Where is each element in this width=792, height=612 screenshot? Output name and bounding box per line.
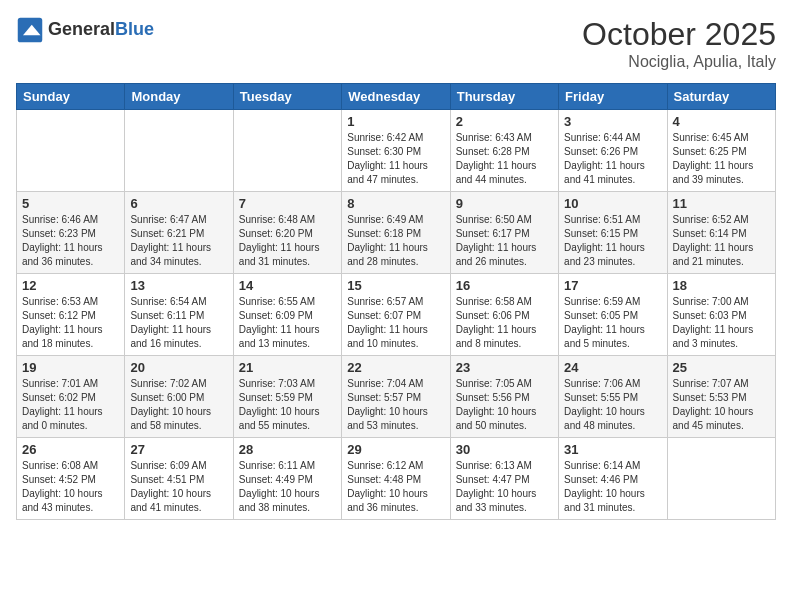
day-number: 15 [347,278,444,293]
day-cell: 20Sunrise: 7:02 AM Sunset: 6:00 PM Dayli… [125,356,233,438]
day-cell: 19Sunrise: 7:01 AM Sunset: 6:02 PM Dayli… [17,356,125,438]
day-number: 28 [239,442,336,457]
week-row-4: 19Sunrise: 7:01 AM Sunset: 6:02 PM Dayli… [17,356,776,438]
week-row-3: 12Sunrise: 6:53 AM Sunset: 6:12 PM Dayli… [17,274,776,356]
day-number: 1 [347,114,444,129]
day-number: 3 [564,114,661,129]
day-cell: 22Sunrise: 7:04 AM Sunset: 5:57 PM Dayli… [342,356,450,438]
day-cell: 10Sunrise: 6:51 AM Sunset: 6:15 PM Dayli… [559,192,667,274]
day-number: 2 [456,114,553,129]
day-cell: 3Sunrise: 6:44 AM Sunset: 6:26 PM Daylig… [559,110,667,192]
day-info: Sunrise: 6:55 AM Sunset: 6:09 PM Dayligh… [239,295,336,351]
day-number: 16 [456,278,553,293]
day-info: Sunrise: 6:48 AM Sunset: 6:20 PM Dayligh… [239,213,336,269]
day-number: 20 [130,360,227,375]
day-info: Sunrise: 6:50 AM Sunset: 6:17 PM Dayligh… [456,213,553,269]
weekday-header-saturday: Saturday [667,84,775,110]
day-cell: 1Sunrise: 6:42 AM Sunset: 6:30 PM Daylig… [342,110,450,192]
day-cell: 21Sunrise: 7:03 AM Sunset: 5:59 PM Dayli… [233,356,341,438]
day-info: Sunrise: 6:49 AM Sunset: 6:18 PM Dayligh… [347,213,444,269]
day-number: 6 [130,196,227,211]
day-info: Sunrise: 6:45 AM Sunset: 6:25 PM Dayligh… [673,131,770,187]
day-info: Sunrise: 7:02 AM Sunset: 6:00 PM Dayligh… [130,377,227,433]
calendar-table: SundayMondayTuesdayWednesdayThursdayFrid… [16,83,776,520]
day-cell: 5Sunrise: 6:46 AM Sunset: 6:23 PM Daylig… [17,192,125,274]
day-info: Sunrise: 7:04 AM Sunset: 5:57 PM Dayligh… [347,377,444,433]
day-cell [233,110,341,192]
logo-general: General [48,19,115,39]
day-number: 25 [673,360,770,375]
day-number: 7 [239,196,336,211]
day-info: Sunrise: 6:46 AM Sunset: 6:23 PM Dayligh… [22,213,119,269]
logo: GeneralBlue [16,16,154,44]
day-number: 13 [130,278,227,293]
day-info: Sunrise: 7:06 AM Sunset: 5:55 PM Dayligh… [564,377,661,433]
day-number: 18 [673,278,770,293]
day-cell: 12Sunrise: 6:53 AM Sunset: 6:12 PM Dayli… [17,274,125,356]
day-number: 26 [22,442,119,457]
week-row-5: 26Sunrise: 6:08 AM Sunset: 4:52 PM Dayli… [17,438,776,520]
day-number: 19 [22,360,119,375]
day-cell [667,438,775,520]
logo-blue-text: Blue [115,19,154,39]
day-number: 24 [564,360,661,375]
day-number: 11 [673,196,770,211]
day-number: 22 [347,360,444,375]
day-cell: 11Sunrise: 6:52 AM Sunset: 6:14 PM Dayli… [667,192,775,274]
weekday-header-wednesday: Wednesday [342,84,450,110]
day-number: 29 [347,442,444,457]
day-cell: 17Sunrise: 6:59 AM Sunset: 6:05 PM Dayli… [559,274,667,356]
day-cell: 26Sunrise: 6:08 AM Sunset: 4:52 PM Dayli… [17,438,125,520]
day-number: 30 [456,442,553,457]
day-cell: 30Sunrise: 6:13 AM Sunset: 4:47 PM Dayli… [450,438,558,520]
day-cell: 23Sunrise: 7:05 AM Sunset: 5:56 PM Dayli… [450,356,558,438]
day-cell [17,110,125,192]
day-info: Sunrise: 7:00 AM Sunset: 6:03 PM Dayligh… [673,295,770,351]
day-info: Sunrise: 7:05 AM Sunset: 5:56 PM Dayligh… [456,377,553,433]
day-info: Sunrise: 6:54 AM Sunset: 6:11 PM Dayligh… [130,295,227,351]
day-number: 9 [456,196,553,211]
week-row-1: 1Sunrise: 6:42 AM Sunset: 6:30 PM Daylig… [17,110,776,192]
day-cell: 27Sunrise: 6:09 AM Sunset: 4:51 PM Dayli… [125,438,233,520]
day-info: Sunrise: 6:09 AM Sunset: 4:51 PM Dayligh… [130,459,227,515]
day-cell: 29Sunrise: 6:12 AM Sunset: 4:48 PM Dayli… [342,438,450,520]
month-title: October 2025 [582,16,776,53]
day-number: 10 [564,196,661,211]
day-cell: 24Sunrise: 7:06 AM Sunset: 5:55 PM Dayli… [559,356,667,438]
day-cell: 14Sunrise: 6:55 AM Sunset: 6:09 PM Dayli… [233,274,341,356]
day-info: Sunrise: 6:42 AM Sunset: 6:30 PM Dayligh… [347,131,444,187]
day-info: Sunrise: 6:44 AM Sunset: 6:26 PM Dayligh… [564,131,661,187]
weekday-header-tuesday: Tuesday [233,84,341,110]
day-info: Sunrise: 7:03 AM Sunset: 5:59 PM Dayligh… [239,377,336,433]
day-info: Sunrise: 6:53 AM Sunset: 6:12 PM Dayligh… [22,295,119,351]
location-title: Nociglia, Apulia, Italy [582,53,776,71]
day-cell: 15Sunrise: 6:57 AM Sunset: 6:07 PM Dayli… [342,274,450,356]
day-number: 17 [564,278,661,293]
day-info: Sunrise: 7:07 AM Sunset: 5:53 PM Dayligh… [673,377,770,433]
logo-text: GeneralBlue [48,20,154,40]
day-cell: 31Sunrise: 6:14 AM Sunset: 4:46 PM Dayli… [559,438,667,520]
title-block: October 2025 Nociglia, Apulia, Italy [582,16,776,71]
day-info: Sunrise: 6:08 AM Sunset: 4:52 PM Dayligh… [22,459,119,515]
day-cell: 7Sunrise: 6:48 AM Sunset: 6:20 PM Daylig… [233,192,341,274]
day-cell: 4Sunrise: 6:45 AM Sunset: 6:25 PM Daylig… [667,110,775,192]
day-number: 4 [673,114,770,129]
day-info: Sunrise: 6:43 AM Sunset: 6:28 PM Dayligh… [456,131,553,187]
day-info: Sunrise: 6:11 AM Sunset: 4:49 PM Dayligh… [239,459,336,515]
day-cell: 9Sunrise: 6:50 AM Sunset: 6:17 PM Daylig… [450,192,558,274]
day-info: Sunrise: 6:47 AM Sunset: 6:21 PM Dayligh… [130,213,227,269]
day-info: Sunrise: 6:51 AM Sunset: 6:15 PM Dayligh… [564,213,661,269]
weekday-header-row: SundayMondayTuesdayWednesdayThursdayFrid… [17,84,776,110]
day-number: 27 [130,442,227,457]
logo-icon [16,16,44,44]
weekday-header-thursday: Thursday [450,84,558,110]
weekday-header-monday: Monday [125,84,233,110]
page-header: GeneralBlue October 2025 Nociglia, Apuli… [16,16,776,71]
day-number: 21 [239,360,336,375]
day-info: Sunrise: 6:13 AM Sunset: 4:47 PM Dayligh… [456,459,553,515]
day-cell [125,110,233,192]
day-cell: 6Sunrise: 6:47 AM Sunset: 6:21 PM Daylig… [125,192,233,274]
day-number: 31 [564,442,661,457]
day-info: Sunrise: 6:12 AM Sunset: 4:48 PM Dayligh… [347,459,444,515]
day-number: 23 [456,360,553,375]
